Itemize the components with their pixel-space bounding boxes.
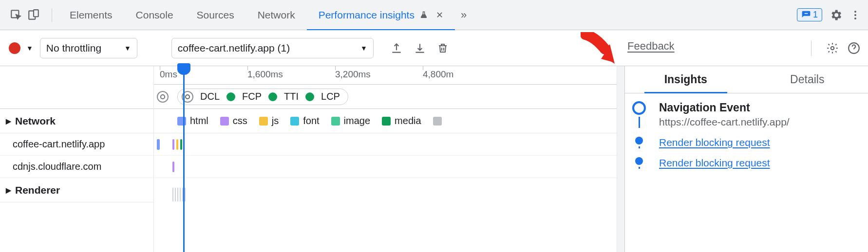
tab-overflow-button[interactable]: » bbox=[455, 9, 472, 21]
inspect-icon[interactable] bbox=[10, 9, 22, 21]
right-tab-details[interactable]: Details bbox=[747, 66, 868, 93]
timeline-dot-icon bbox=[635, 137, 643, 144]
divider bbox=[811, 40, 811, 56]
record-control[interactable]: ▼ bbox=[9, 42, 33, 54]
network-host-row[interactable]: coffee-cart.netlify.app bbox=[0, 133, 153, 156]
legend-swatch-icon bbox=[433, 117, 442, 126]
insight-item[interactable]: Render blocking request bbox=[631, 137, 859, 148]
renderer-timeline[interactable] bbox=[154, 178, 617, 207]
timeline-line bbox=[639, 146, 640, 148]
renderer-activity[interactable] bbox=[172, 188, 187, 201]
tab-label: Performance insights bbox=[319, 9, 415, 21]
timeline-node bbox=[631, 101, 647, 128]
insight-link[interactable]: Render blocking request bbox=[659, 157, 770, 168]
right-tabs: Insights Details bbox=[625, 66, 868, 93]
insight-item[interactable]: Render blocking request bbox=[631, 157, 859, 169]
tab-label: Network bbox=[258, 9, 295, 21]
marker-dot-icon bbox=[226, 92, 235, 101]
insight-content: Render blocking request bbox=[659, 157, 859, 169]
timeline-node bbox=[631, 137, 647, 148]
toolbar-right bbox=[805, 40, 860, 56]
help-icon[interactable] bbox=[848, 42, 860, 54]
timeline-scrollbar[interactable] bbox=[617, 66, 624, 252]
throttling-select[interactable]: No throttling ▼ bbox=[40, 38, 137, 58]
time-tick: 1,600ms bbox=[247, 69, 283, 80]
timeline-panel[interactable]: 0ms 1,600ms 3,200ms 4,800m DCL FCP TTI L… bbox=[154, 66, 617, 252]
svg-point-9 bbox=[161, 94, 165, 98]
time-tick: 0ms bbox=[160, 69, 177, 80]
divider bbox=[52, 8, 52, 22]
triangle-right-icon: ▶ bbox=[6, 186, 11, 194]
legend-js: js bbox=[259, 115, 279, 126]
issues-badge[interactable]: 1 bbox=[797, 8, 822, 21]
more-vertical-icon[interactable] bbox=[849, 9, 861, 21]
device-toggle-icon[interactable] bbox=[27, 9, 40, 21]
tab-network[interactable]: Network bbox=[246, 0, 307, 30]
chevron-down-icon: ▼ bbox=[124, 44, 131, 52]
insights-body: Navigation Event https://coffee-cart.net… bbox=[625, 93, 868, 178]
legend-row: html css js font image media bbox=[154, 109, 617, 133]
tab-right-tools: 1 bbox=[797, 8, 864, 22]
close-tab-icon[interactable]: ✕ bbox=[436, 10, 443, 20]
section-label: Network bbox=[15, 115, 56, 127]
settings-gear-icon[interactable] bbox=[829, 8, 843, 22]
marker-left-icon[interactable] bbox=[157, 91, 169, 103]
net-bar[interactable] bbox=[172, 162, 174, 172]
section-renderer[interactable]: ▶ Renderer bbox=[0, 178, 153, 202]
legend-swatch-icon bbox=[382, 117, 391, 126]
net-bar[interactable] bbox=[176, 139, 178, 150]
insight-nav-event[interactable]: Navigation Event https://coffee-cart.net… bbox=[631, 101, 859, 128]
playhead-line[interactable] bbox=[183, 66, 185, 252]
section-label: Renderer bbox=[15, 184, 60, 196]
svg-rect-3 bbox=[805, 13, 808, 14]
tab-elements[interactable]: Elements bbox=[58, 0, 124, 30]
network-host-row[interactable]: cdnjs.cloudflare.com bbox=[0, 156, 153, 178]
net-bar[interactable] bbox=[180, 139, 182, 150]
legend-media: media bbox=[382, 115, 421, 126]
tab-sources[interactable]: Sources bbox=[185, 0, 246, 30]
net-bar[interactable] bbox=[157, 139, 160, 150]
timeline-dot-icon bbox=[635, 157, 643, 165]
recording-select[interactable]: coffee-cart.netlify.app (1) ▼ bbox=[171, 38, 374, 58]
marker-label: DCL bbox=[200, 91, 220, 102]
timing-markers-pill[interactable]: DCL FCP TTI LCP bbox=[177, 89, 348, 105]
tab-label: Console bbox=[136, 9, 173, 21]
devtools-tab-strip: Elements Console Sources Network Perform… bbox=[0, 0, 868, 30]
settings-small-gear-icon[interactable] bbox=[826, 42, 839, 54]
legend-swatch-icon bbox=[259, 117, 268, 126]
timeline-spacer bbox=[0, 66, 153, 109]
tab-left-tools bbox=[4, 9, 46, 21]
section-network[interactable]: ▶ Network bbox=[0, 109, 153, 133]
playhead-handle[interactable] bbox=[177, 63, 190, 75]
insight-link[interactable]: Render blocking request bbox=[659, 137, 770, 148]
right-panel: Insights Details Navigation Event https:… bbox=[624, 66, 868, 252]
annotation-arrow-icon bbox=[581, 32, 622, 68]
chevron-down-icon[interactable]: ▼ bbox=[26, 44, 33, 52]
marker-label: LCP bbox=[321, 91, 340, 102]
network-timeline[interactable] bbox=[154, 133, 617, 178]
timeline-line bbox=[639, 117, 640, 128]
marker-dot-icon bbox=[268, 92, 277, 101]
delete-icon[interactable] bbox=[437, 42, 449, 54]
insight-content: Render blocking request bbox=[659, 137, 859, 148]
network-timeline-row[interactable] bbox=[154, 156, 617, 178]
time-ruler[interactable]: 0ms 1,600ms 3,200ms 4,800m bbox=[154, 66, 617, 85]
marker-dot-icon bbox=[305, 92, 314, 101]
net-bar[interactable] bbox=[172, 139, 174, 150]
tab-console[interactable]: Console bbox=[124, 0, 185, 30]
insight-url: https://coffee-cart.netlify.app/ bbox=[659, 116, 859, 128]
svg-point-10 bbox=[186, 95, 189, 99]
time-tick: 3,200ms bbox=[335, 69, 371, 80]
export-icon[interactable] bbox=[390, 42, 403, 54]
chevron-down-icon: ▼ bbox=[360, 44, 367, 52]
right-tab-insights[interactable]: Insights bbox=[625, 66, 747, 93]
tab-label: Insights bbox=[664, 73, 707, 86]
feedback-link[interactable]: Feedback bbox=[627, 40, 675, 53]
import-icon[interactable] bbox=[414, 42, 426, 54]
insights-toolbar: ▼ No throttling ▼ coffee-cart.netlify.ap… bbox=[0, 30, 868, 66]
marker-label: FCP bbox=[242, 91, 262, 102]
timeline-node bbox=[631, 157, 647, 169]
legend-font: font bbox=[290, 115, 319, 126]
tab-performance-insights[interactable]: Performance insights ✕ bbox=[307, 0, 455, 30]
network-timeline-row[interactable] bbox=[154, 133, 617, 156]
